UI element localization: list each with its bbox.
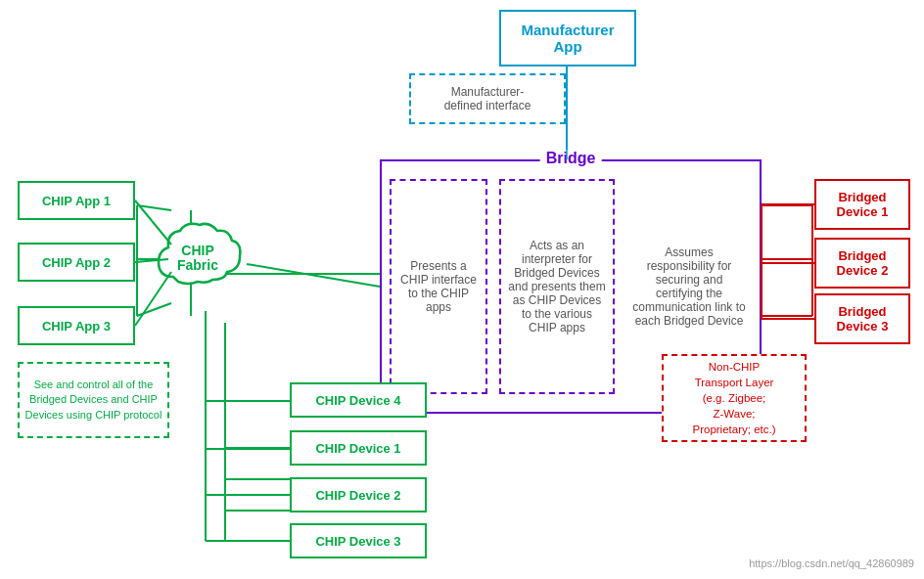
cloud-svg: CHIP Fabric [149,213,247,311]
chip-device-1-box: CHIP Device 1 [290,430,427,466]
bridge-panel1: Presents a CHIP interface to the CHIP ap… [390,179,487,394]
chip-device-2-box: CHIP Device 2 [290,477,427,512]
bridged-device-2-label: Bridged Device 2 [837,248,889,278]
non-chip-transport-label: Non-CHIP Transport Layer (e.g. Zigbee; Z… [693,359,776,437]
chip-app-3-label: CHIP App 3 [42,319,111,334]
chip-app-1-box: CHIP App 1 [18,181,135,220]
svg-text:Fabric: Fabric [177,257,218,273]
chip-fabric-cloud: CHIP Fabric [149,213,247,311]
diagram: Manufacturer App Manufacturer- defined i… [0,0,924,579]
svg-line-2 [137,205,171,210]
bridge-panel3-text: Assumes responsibility for securing and … [630,245,748,328]
chip-app-2-label: CHIP App 2 [42,255,111,270]
chip-device-4-box: CHIP Device 4 [290,382,427,418]
manufacturer-app-box: Manufacturer App [499,10,636,67]
bridged-device-2-box: Bridged Device 2 [814,238,910,289]
chip-apps-desc-text: See and control all of the Bridged Devic… [23,378,163,423]
bridged-device-3-label: Bridged Device 3 [837,304,889,334]
svg-text:CHIP: CHIP [181,243,213,258]
chip-device-3-label: CHIP Device 3 [315,534,400,549]
svg-line-22 [247,264,380,287]
bridge-panel2-text: Acts as an interpreter for Bridged Devic… [507,239,607,334]
bridge-panel2: Acts as an interpreter for Bridged Devic… [499,179,615,394]
chip-device-4-label: CHIP Device 4 [315,393,400,408]
chip-device-2-label: CHIP Device 2 [315,488,400,503]
manufacturer-interface-label: Manufacturer- defined interface [444,85,531,112]
bridge-title: Bridge [540,150,602,167]
bridged-device-1-label: Bridged Device 1 [837,190,889,219]
chip-device-1-label: CHIP Device 1 [315,441,400,456]
non-chip-transport-box: Non-CHIP Transport Layer (e.g. Zigbee; Z… [662,354,807,442]
chip-app-3-box: CHIP App 3 [18,306,135,345]
chip-app-2-box: CHIP App 2 [18,243,135,282]
manufacturer-app-label: Manufacturer App [521,22,614,55]
watermark: https://blog.csdn.net/qq_42860989 [749,557,914,569]
chip-apps-desc-box: See and control all of the Bridged Devic… [18,362,169,438]
chip-device-3-box: CHIP Device 3 [290,523,427,558]
bridge-panel1-text: Presents a CHIP interface to the CHIP ap… [397,259,480,314]
bridged-device-1-box: Bridged Device 1 [814,179,910,230]
bridged-device-3-box: Bridged Device 3 [814,293,910,344]
chip-app-1-label: CHIP App 1 [42,194,111,208]
manufacturer-interface-box: Manufacturer- defined interface [409,73,566,124]
